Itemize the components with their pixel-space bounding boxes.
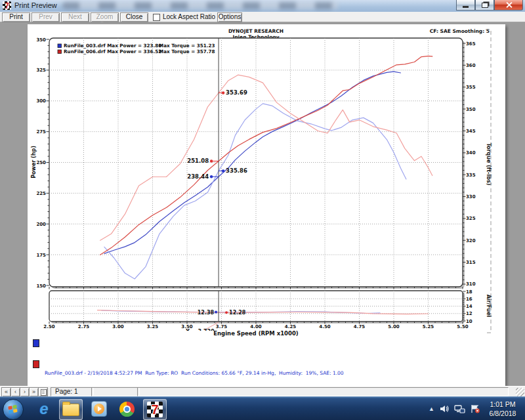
- close-preview-button[interactable]: Close: [120, 12, 148, 22]
- window-title: Print Preview: [14, 1, 57, 9]
- zoom-out-button[interactable]: Zoom Out: [91, 12, 119, 22]
- cursor-value-label: 251.08: [187, 158, 209, 164]
- run1-color-swatch: [33, 339, 39, 347]
- torque-tick-label: 360: [466, 63, 476, 68]
- dyno-chart: 3503253002752502252001751503653603553503…: [28, 24, 505, 386]
- rpm-tick-label: 2.75: [78, 324, 89, 329]
- run2-color-swatch: [33, 360, 39, 368]
- minimize-button[interactable]: [456, 0, 475, 10]
- power-tick-label: 200: [36, 222, 46, 227]
- rpm-tick-label: 4.25: [285, 324, 296, 329]
- power-tick-label: 250: [36, 160, 46, 165]
- next-page-button[interactable]: Next: [61, 12, 89, 22]
- power-tick-label: 225: [36, 191, 46, 196]
- x-axis-title: Engine Speed (RPM x1000): [213, 330, 299, 337]
- tray-expand-icon[interactable]: ▲: [429, 406, 434, 412]
- first-page-button[interactable]: «: [1, 387, 11, 397]
- torque-tick-label: 320: [466, 238, 476, 243]
- taskbar-clock[interactable]: 1:01 PM 6/8/2018: [483, 400, 522, 418]
- cursor-value-label: 335.86: [226, 167, 247, 174]
- restore-button[interactable]: [475, 0, 494, 10]
- title-bar: 7 Print Preview: [0, 0, 525, 12]
- cursor-value-label: 353.69: [226, 89, 247, 96]
- torque-tick-label: 315: [466, 260, 476, 265]
- media-player-icon[interactable]: [88, 399, 110, 419]
- rpm-tick-label: 4.75: [354, 324, 365, 329]
- af-tick-label: 18: [466, 289, 472, 295]
- next-page-nav-button[interactable]: ›: [20, 387, 30, 397]
- rpm-tick-label: 2.50: [43, 324, 54, 329]
- internet-explorer-icon[interactable]: e: [33, 399, 55, 419]
- power-tick-label: 325: [36, 68, 46, 73]
- rpm-tick-label: 4.50: [319, 324, 330, 329]
- torque-tick-label: 335: [466, 173, 476, 178]
- start-button[interactable]: [3, 399, 24, 420]
- af-tick-label: 12: [466, 311, 472, 316]
- rpm-tick-label: 3.25: [147, 324, 158, 329]
- af-marker-dot: [225, 311, 228, 314]
- torque-tick-label: 345: [466, 129, 476, 134]
- power-tick-label: 150: [36, 284, 46, 289]
- prev-page-button[interactable]: Prev: [32, 12, 60, 22]
- redacted-title-text: [62, 2, 338, 9]
- af-value-label: 12.38: [198, 310, 215, 316]
- power-tick-label: 175: [36, 253, 46, 258]
- prev-page-nav-button[interactable]: ‹: [10, 387, 20, 397]
- print-button[interactable]: Print: [2, 12, 30, 22]
- torque-tick-label: 350: [466, 107, 476, 112]
- preview-area: DYNOJET RESEARCH Injen Technology CF: SA…: [0, 22, 525, 386]
- legend-text: RunFile_003.drf Max Power = 323.80: [64, 43, 161, 49]
- cursor-x-label: X = 3.729: [186, 329, 215, 335]
- status-panel-2: [91, 387, 140, 396]
- power-axis-title: Power (hp): [31, 146, 37, 178]
- marker-dot: [210, 159, 213, 162]
- torque-tick-label: 340: [466, 150, 476, 156]
- af-value-label: 12.28: [229, 310, 246, 316]
- legend-text: Max Torque = 351.23: [159, 43, 215, 49]
- legend-text: RunFile_006.drf Max Power = 336.52: [64, 49, 161, 54]
- torque-tick-label: 325: [466, 216, 476, 221]
- torque-tick-label: 365: [466, 41, 476, 47]
- windows-flag-icon: [8, 405, 18, 415]
- rpm-tick-label: 4.00: [250, 324, 261, 329]
- speaker-icon[interactable]: [439, 404, 450, 413]
- restore-icon: [482, 3, 488, 8]
- close-window-button[interactable]: [494, 0, 523, 10]
- system-tray: ▲: [429, 397, 480, 420]
- winpep7-taskbar-icon[interactable]: 7: [143, 399, 167, 420]
- rpm-tick-label: 3.75: [216, 324, 227, 329]
- clock-date: 6/8/2018: [483, 409, 522, 418]
- legend-text: Max Torque = 357.78: [159, 49, 215, 54]
- rpm-tick-label: 5.50: [457, 324, 468, 329]
- winpep-app-icon: 7: [3, 1, 11, 10]
- resize-grip[interactable]: [516, 388, 524, 396]
- torque-tick-label: 330: [466, 194, 476, 200]
- close-icon: [505, 1, 513, 9]
- af-marker-dot: [215, 311, 217, 314]
- toolbar: Print Prev Next Zoom Out Close Lock Aspe…: [0, 12, 525, 22]
- chrome-icon[interactable]: [116, 399, 138, 419]
- legend-swatch: [58, 50, 62, 54]
- clock-time: 1:01 PM: [483, 400, 522, 409]
- rpm-tick-label: 5.25: [423, 324, 434, 329]
- cursor-value-label: 238.44: [187, 173, 209, 180]
- status-bar: « ‹ › » Page: 1: [0, 386, 525, 397]
- legend-swatch: [58, 44, 62, 48]
- page-setup-button[interactable]: [38, 387, 48, 397]
- action-center-flag-icon[interactable]: [470, 404, 480, 413]
- file-explorer-icon[interactable]: [59, 399, 83, 420]
- rpm-tick-label: 5.00: [388, 324, 399, 329]
- network-icon[interactable]: [454, 404, 465, 413]
- lock-aspect-checkbox[interactable]: [153, 14, 160, 21]
- options-button[interactable]: Options: [217, 12, 242, 22]
- report-page: DYNOJET RESEARCH Injen Technology CF: SA…: [28, 24, 505, 386]
- minimize-icon: [463, 6, 469, 8]
- torque-tick-label: 355: [466, 85, 476, 90]
- marker-dot: [222, 91, 224, 94]
- page-number-panel: Page: 1: [51, 387, 94, 396]
- marker-dot: [222, 169, 224, 172]
- af-tick-label: 10: [466, 319, 472, 324]
- last-page-button[interactable]: »: [29, 387, 39, 397]
- lock-aspect-label: Lock Aspect Ratio: [163, 13, 215, 20]
- document-icon: [41, 389, 47, 396]
